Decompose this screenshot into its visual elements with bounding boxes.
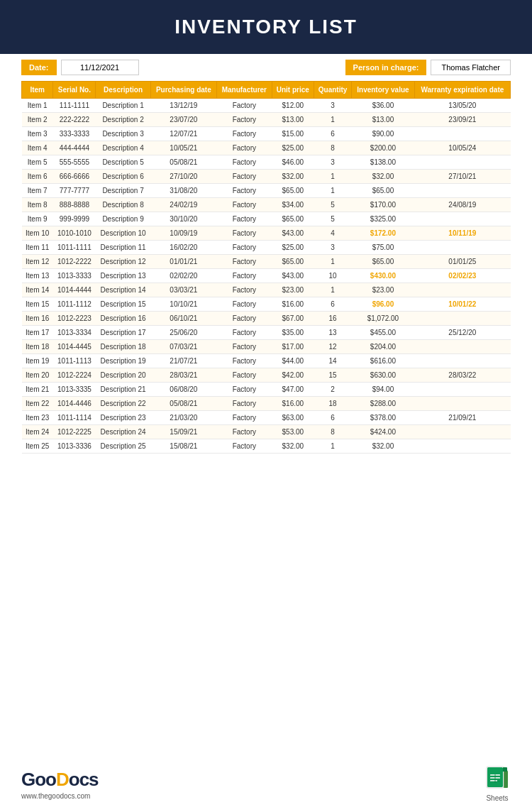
table-cell: Item 14	[22, 283, 53, 297]
table-cell: 333-3333	[53, 127, 96, 141]
table-cell: 21/07/21	[150, 354, 216, 368]
table-cell: 10/11/19	[414, 226, 510, 241]
table-cell: $63.00	[272, 411, 314, 425]
table-cell: Factory	[216, 127, 272, 141]
table-cell: Description 8	[96, 198, 150, 212]
table-cell	[414, 212, 510, 226]
table-cell: Item 19	[22, 354, 53, 368]
table-cell: 13	[314, 326, 351, 340]
table-cell: Description 7	[96, 184, 150, 198]
table-cell: Factory	[216, 226, 272, 241]
table-cell: 25/12/20	[414, 326, 510, 340]
table-row: Item 111011-1111Description 1116/02/20Fa…	[22, 241, 511, 255]
table-cell	[414, 397, 510, 411]
table-cell: $138.00	[352, 155, 414, 170]
table-cell: Factory	[216, 155, 272, 170]
table-cell: 1013-3334	[53, 326, 96, 340]
table-cell: Description 24	[96, 425, 150, 439]
table-cell: 01/01/25	[414, 255, 510, 269]
table-cell	[414, 340, 510, 354]
table-cell: $204.00	[352, 340, 414, 354]
table-cell: Factory	[216, 170, 272, 184]
table-cell: 1014-4444	[53, 283, 96, 297]
table-cell: 27/10/20	[150, 170, 216, 184]
table-cell: 15	[314, 368, 351, 383]
table-cell: 4	[314, 226, 351, 241]
table-cell: Item 24	[22, 425, 53, 439]
sheets-svg-icon	[484, 766, 511, 793]
table-cell: Item 16	[22, 312, 53, 326]
table-row: Item 161012-2223Description 1606/10/21Fa…	[22, 312, 511, 326]
table-cell: Item 25	[22, 439, 53, 454]
table-row: Item 151011-1112Description 1510/10/21Fa…	[22, 297, 511, 312]
table-cell: $44.00	[272, 354, 314, 368]
table-cell: $616.00	[352, 354, 414, 368]
table-cell: $65.00	[272, 184, 314, 198]
table-row: Item 2222-2222Description 223/07/20Facto…	[22, 113, 511, 127]
table-cell: Item 5	[22, 155, 53, 170]
table-cell: Description 18	[96, 340, 150, 354]
table-cell: 222-2222	[53, 113, 96, 127]
table-cell: 1013-3335	[53, 383, 96, 397]
table-cell: $67.00	[272, 312, 314, 326]
table-row: Item 221014-4446Description 2205/08/21Fa…	[22, 397, 511, 411]
table-cell: Description 23	[96, 411, 150, 425]
table-cell: 1012-2225	[53, 425, 96, 439]
col-item: Item	[22, 82, 53, 99]
table-cell: Description 13	[96, 269, 150, 283]
table-cell: 1010-1010	[53, 226, 96, 241]
table-cell: 03/03/21	[150, 283, 216, 297]
table-cell: Description 5	[96, 155, 150, 170]
table-row: Item 7777-7777Description 731/08/20Facto…	[22, 184, 511, 198]
svg-rect-3	[504, 771, 508, 788]
table-cell: Description 20	[96, 368, 150, 383]
table-cell: $65.00	[352, 184, 414, 198]
table-cell: Factory	[216, 269, 272, 283]
table-cell: 24/08/19	[414, 198, 510, 212]
table-cell: 3	[314, 155, 351, 170]
table-cell: $12.00	[272, 99, 314, 113]
table-cell: Item 10	[22, 226, 53, 241]
table-cell: Item 22	[22, 397, 53, 411]
table-row: Item 201012-2224Description 2028/03/21Fa…	[22, 368, 511, 383]
page-title: INVENTORY LIST	[7, 16, 525, 38]
table-cell	[414, 354, 510, 368]
table-row: Item 141014-4444Description 1403/03/21Fa…	[22, 283, 511, 297]
col-quantity: Quantity	[314, 82, 351, 99]
table-cell: 6	[314, 297, 351, 312]
table-cell: 06/10/21	[150, 312, 216, 326]
table-cell	[414, 283, 510, 297]
table-cell: Description 10	[96, 226, 150, 241]
table-row: Item 241012-2225Description 2415/09/21Fa…	[22, 425, 511, 439]
table-cell: 2	[314, 383, 351, 397]
table-row: Item 121012-2222Description 1201/01/21Fa…	[22, 255, 511, 269]
table-cell: 1	[314, 170, 351, 184]
table-cell: 21/03/20	[150, 411, 216, 425]
table-cell: 05/08/21	[150, 397, 216, 411]
header-banner: INVENTORY LIST	[0, 0, 532, 54]
table-cell: Item 13	[22, 269, 53, 283]
table-cell: 1	[314, 184, 351, 198]
table-cell: 888-8888	[53, 198, 96, 212]
logo-area: GooDocs www.thegoodocs.com	[21, 769, 99, 800]
table-cell	[414, 155, 510, 170]
date-value: 11/12/2021	[61, 60, 139, 75]
table-cell: $35.00	[272, 326, 314, 340]
table-row: Item 181014-4445Description 1807/03/21Fa…	[22, 340, 511, 354]
table-cell: 12	[314, 340, 351, 354]
table-cell: 444-4444	[53, 141, 96, 155]
page: INVENTORY LIST Date: 11/12/2021 Person i…	[0, 0, 532, 812]
table-cell: 05/08/21	[150, 155, 216, 170]
table-row: Item 171013-3334Description 1725/06/20Fa…	[22, 326, 511, 340]
table-cell: 1014-4446	[53, 397, 96, 411]
table-cell: Item 11	[22, 241, 53, 255]
table-row: Item 191011-1113Description 1921/07/21Fa…	[22, 354, 511, 368]
table-cell: 18	[314, 397, 351, 411]
table-cell: 111-1111	[53, 99, 96, 113]
table-cell: 02/02/23	[414, 269, 510, 283]
table-cell: Item 8	[22, 198, 53, 212]
table-cell: 01/01/21	[150, 255, 216, 269]
table-row: Item 211013-3335Description 2106/08/20Fa…	[22, 383, 511, 397]
table-cell: Item 2	[22, 113, 53, 127]
table-cell: 28/03/22	[414, 368, 510, 383]
